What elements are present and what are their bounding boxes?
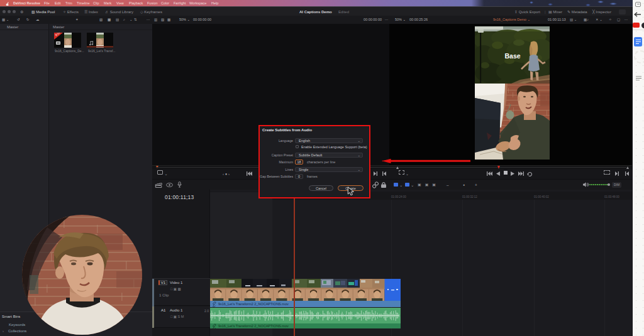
svg-text:9x16_Let's Transform2 2_NOCAPT: 9x16_Let's Transform2 2_NOCAPTIONS.mov xyxy=(218,324,289,328)
svg-text:9x16_Let's Transform2 2_NOCAPT: 9x16_Let's Transform2 2_NOCAPTIONS.mov xyxy=(218,302,289,306)
svg-text:Base: Base xyxy=(505,52,521,60)
